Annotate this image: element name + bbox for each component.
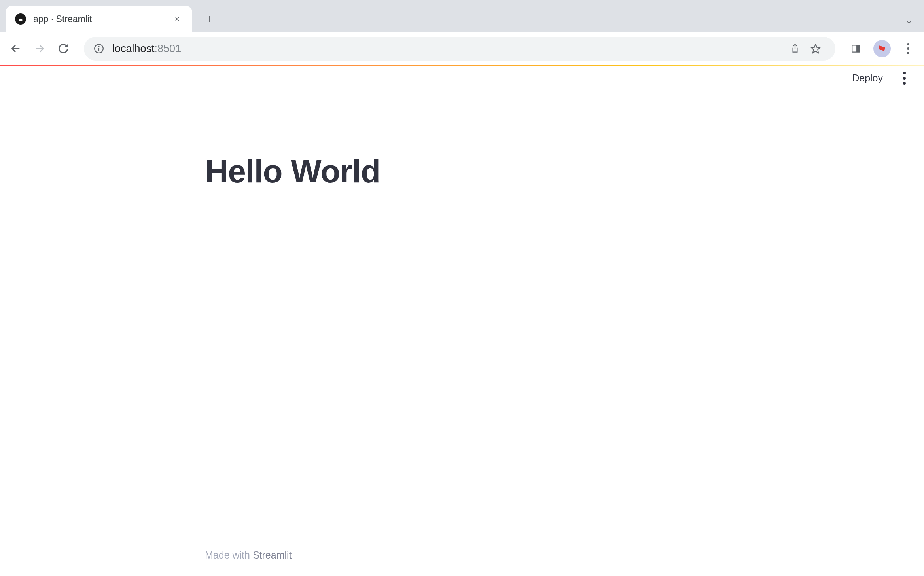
browser-tab[interactable]: app · Streamlit [6,6,192,32]
svg-marker-9 [811,44,820,53]
new-tab-button[interactable] [200,9,219,28]
browser-tab-bar: app · Streamlit [0,0,924,32]
tab-close-button[interactable] [172,13,183,25]
profile-avatar[interactable] [873,40,891,57]
page-title: Hello World [205,153,719,190]
url-bar[interactable]: localhost:8501 [84,37,835,61]
browser-toolbar: localhost:8501 [0,32,924,65]
svg-rect-12 [857,45,860,52]
bookmark-star-icon[interactable] [805,38,826,59]
share-icon[interactable] [785,38,805,59]
footer-brand-link[interactable]: Streamlit [253,549,292,561]
forward-button[interactable] [29,38,50,59]
browser-menu-button[interactable] [898,38,918,59]
footer-prefix: Made with [205,549,253,561]
tab-title: app · Streamlit [33,14,172,25]
url-host: localhost [112,43,155,55]
streamlit-footer: Made with Streamlit [205,549,719,561]
reload-button[interactable] [53,38,74,59]
side-panel-icon[interactable] [846,38,866,59]
streamlit-favicon-icon [15,13,26,25]
streamlit-header: Deploy [0,66,924,89]
url-path: :8501 [155,43,182,55]
streamlit-menu-button[interactable] [896,69,913,87]
svg-point-8 [98,46,99,47]
back-button[interactable] [6,38,26,59]
tab-list-dropdown[interactable] [902,15,916,29]
url-text: localhost:8501 [112,43,785,55]
main-content: Hello World [205,89,719,190]
site-info-icon[interactable] [93,43,104,54]
deploy-button[interactable]: Deploy [847,69,888,87]
